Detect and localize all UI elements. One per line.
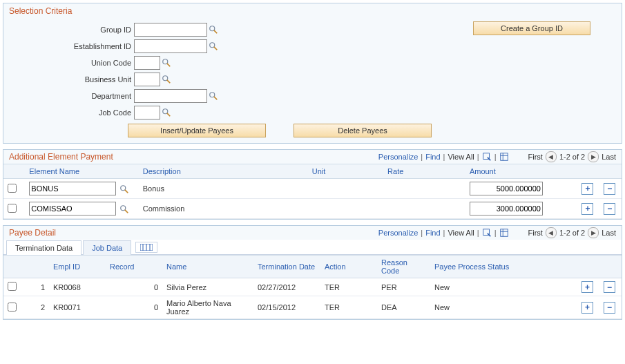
col-description[interactable]: Description (139, 164, 308, 179)
svg-line-19 (125, 210, 128, 213)
payee-table: Empl ID Record Name Termination Date Act… (3, 255, 622, 319)
group-id-input[interactable] (134, 23, 207, 37)
delete-row-button[interactable]: − (604, 203, 615, 215)
personalize-link[interactable]: Personalize (378, 153, 418, 161)
table-row: Commission + − (3, 199, 622, 219)
business-unit-label: Business Unit (10, 75, 134, 84)
group-id-label: Group ID (10, 26, 134, 34)
lookup-icon[interactable] (209, 25, 218, 35)
table-row: 1 KR0068 0 Silvia Perez 02/27/2012 TER P… (3, 278, 622, 296)
action-cell: TER (320, 296, 377, 319)
record-cell: 0 (106, 296, 162, 319)
delete-row-button[interactable]: − (604, 302, 615, 314)
svg-rect-21 (500, 229, 508, 237)
download-icon[interactable] (499, 228, 509, 238)
name-cell: Silvia Perez (162, 278, 253, 296)
col-unit[interactable]: Unit (308, 164, 383, 179)
find-link[interactable]: Find (425, 153, 440, 161)
svg-line-17 (125, 190, 128, 193)
col-empl-id[interactable]: Empl ID (49, 256, 106, 278)
insert-update-payees-button[interactable]: Insert/Update Payees (128, 124, 266, 137)
payee-tabs: Termination Data Job Data (3, 240, 622, 255)
tab-termination-data[interactable]: Termination Data (6, 240, 81, 255)
lookup-icon[interactable] (162, 108, 171, 117)
unit-cell (308, 179, 383, 199)
rate-cell (383, 199, 465, 219)
range-text: 1-2 of 2 (559, 153, 585, 161)
view-all-link[interactable]: View All (448, 153, 474, 161)
element-name-input[interactable] (29, 202, 116, 215)
rate-cell (383, 179, 465, 199)
svg-line-1 (214, 30, 217, 33)
show-all-columns-button[interactable] (135, 242, 157, 253)
svg-line-5 (167, 64, 170, 66)
personalize-link[interactable]: Personalize (378, 229, 418, 237)
svg-point-16 (121, 186, 126, 191)
view-all-link[interactable]: View All (448, 229, 474, 237)
zoom-icon[interactable] (482, 152, 492, 162)
col-termination-date[interactable]: Termination Date (253, 256, 320, 278)
action-cell: TER (320, 278, 377, 296)
svg-point-18 (121, 206, 126, 211)
union-code-label: Union Code (10, 59, 134, 67)
zoom-icon[interactable] (482, 228, 492, 238)
job-code-input[interactable] (134, 106, 160, 119)
download-icon[interactable] (499, 152, 509, 162)
amount-input[interactable] (470, 202, 543, 215)
aep-title: Additional Element Payment (9, 152, 113, 162)
delete-payees-button[interactable]: Delete Payees (294, 124, 432, 137)
amount-input[interactable] (470, 182, 543, 195)
find-link[interactable]: Find (425, 229, 440, 237)
record-cell: 0 (106, 278, 162, 296)
col-name[interactable]: Name (162, 256, 253, 278)
first-label[interactable]: First (528, 153, 543, 161)
row-select-checkbox[interactable] (8, 184, 17, 193)
lookup-icon[interactable] (119, 184, 129, 194)
first-label[interactable]: First (528, 229, 543, 237)
row-select-checkbox[interactable] (8, 204, 17, 213)
tab-job-data[interactable]: Job Data (83, 240, 131, 255)
row-select-checkbox[interactable] (8, 282, 17, 291)
department-input[interactable] (134, 89, 207, 103)
lookup-icon[interactable] (162, 58, 171, 68)
prev-icon[interactable]: ◀ (546, 227, 557, 238)
add-row-button[interactable]: + (581, 203, 593, 215)
reason-cell: DEA (377, 296, 430, 319)
empl-id-cell: KR0068 (49, 278, 106, 296)
term-date-cell: 02/27/2012 (253, 278, 320, 296)
last-label[interactable]: Last (602, 229, 616, 237)
lookup-icon[interactable] (209, 41, 218, 51)
col-element-name[interactable]: Element Name (25, 164, 138, 179)
status-cell: New (430, 296, 577, 319)
element-name-input[interactable] (29, 182, 116, 195)
term-date-cell: 02/15/2012 (253, 296, 320, 319)
empl-id-cell: KR0071 (49, 296, 106, 319)
col-record[interactable]: Record (106, 256, 162, 278)
lookup-icon[interactable] (162, 75, 171, 84)
last-label[interactable]: Last (602, 153, 616, 161)
col-rate[interactable]: Rate (383, 164, 465, 179)
lookup-icon[interactable] (119, 204, 129, 214)
next-icon[interactable]: ▶ (588, 151, 599, 162)
establishment-id-input[interactable] (134, 39, 207, 53)
add-row-button[interactable]: + (581, 281, 593, 293)
aep-toolbar: Personalize | Find | View All | | First … (378, 151, 616, 162)
lookup-icon[interactable] (209, 91, 218, 101)
union-code-input[interactable] (134, 56, 160, 70)
business-unit-input[interactable] (134, 73, 160, 86)
col-amount[interactable]: Amount (465, 164, 578, 179)
next-icon[interactable]: ▶ (588, 227, 599, 238)
add-row-button[interactable]: + (581, 302, 593, 314)
prev-icon[interactable]: ◀ (546, 151, 557, 162)
selection-criteria-title: Selection Criteria (3, 3, 622, 19)
delete-row-button[interactable]: − (604, 183, 615, 195)
col-payee-status[interactable]: Payee Process Status (430, 256, 577, 278)
delete-row-button[interactable]: − (604, 281, 615, 293)
col-action[interactable]: Action (320, 256, 377, 278)
row-select-checkbox[interactable] (8, 303, 17, 312)
department-label: Department (10, 92, 134, 100)
create-group-id-button[interactable]: Create a Group ID (473, 21, 590, 35)
svg-point-10 (163, 109, 168, 114)
col-reason-code[interactable]: Reason Code (377, 256, 430, 278)
add-row-button[interactable]: + (581, 183, 593, 195)
